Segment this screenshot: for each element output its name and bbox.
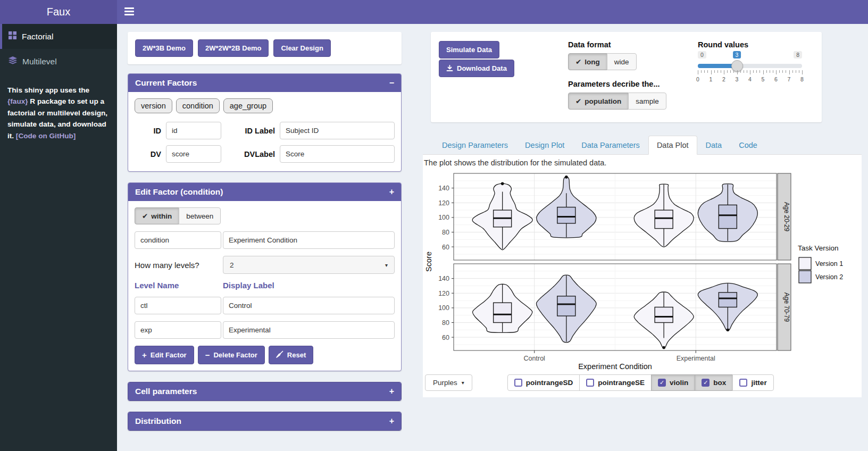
sidebar-item-multilevel[interactable]: Multilevel [0, 49, 117, 74]
data-plot-tab-content: The plot shows the distribution for the … [423, 155, 862, 397]
github-link[interactable]: [Code on GitHub] [16, 132, 76, 140]
svg-text:Experiment Condition: Experiment Condition [578, 362, 652, 371]
download-data-button[interactable]: Download Data [439, 60, 514, 77]
format-wide[interactable]: wide [607, 53, 637, 70]
main-content: 2W*3B Demo2W*2W*2B DemoClear Design Curr… [117, 24, 868, 451]
level-name-header: Level Name [135, 281, 221, 290]
id-label-input[interactable] [280, 122, 395, 139]
dv-label: DV [135, 150, 161, 158]
app-title: Faux [47, 6, 70, 18]
palette-dropdown[interactable]: Purples ▾ [425, 374, 472, 391]
delete-factor-button[interactable]: −Delete Factor [198, 346, 265, 364]
plus-icon: + [142, 350, 147, 360]
collapse-plus-icon[interactable]: + [389, 417, 394, 425]
slider-tick-label: 8 [800, 76, 804, 82]
dv-label-input[interactable] [280, 145, 395, 163]
params-sample[interactable]: sample [628, 93, 666, 110]
checkbox-unchecked-icon [739, 379, 747, 387]
collapse-minus-icon[interactable]: − [389, 79, 394, 87]
svg-text:Age 70-79: Age 70-79 [783, 293, 790, 322]
slider-tick [766, 70, 767, 73]
svg-text:60: 60 [442, 334, 449, 341]
level-name-input-0[interactable] [135, 297, 221, 314]
button-label: Reset [287, 351, 306, 359]
edit-factor-actions: +Edit Factor−Delete FactorReset [135, 346, 395, 364]
palette-label: Purples [433, 379, 457, 387]
edit-factor-header[interactable]: Edit Factor (condition) + [128, 183, 401, 201]
factor-chip-condition[interactable]: condition [176, 98, 220, 113]
id-label: ID [135, 127, 161, 135]
box-title: Cell parameters [135, 387, 197, 396]
slider-tick [789, 70, 790, 74]
svg-text:140: 140 [438, 185, 449, 192]
broom-icon [276, 350, 283, 360]
current-factors-header[interactable]: Current Factors − [128, 74, 401, 92]
data-format-label: Data format [568, 40, 611, 49]
slider-tick [730, 70, 731, 73]
level-name-input-1[interactable] [135, 321, 221, 339]
download-icon [446, 65, 453, 72]
toggle-label: within [151, 212, 172, 220]
demo-button-2[interactable]: 2W*2W*2B Demo [198, 39, 269, 57]
round-values-slider: 083012345678 [698, 51, 802, 86]
distribution-header[interactable]: Distribution + [128, 412, 401, 430]
toggle-within[interactable]: ✔within [135, 207, 179, 224]
tab-data-plot[interactable]: Data Plot [648, 136, 697, 155]
sidebar-item-factorial[interactable]: Factorial [0, 24, 117, 49]
tab-code[interactable]: Code [730, 136, 766, 155]
levels-count-select[interactable]: 2 ▾ [223, 256, 395, 274]
svg-text:Age 20-29: Age 20-29 [783, 202, 790, 232]
hamburger-menu-icon[interactable] [124, 7, 135, 16]
id-input[interactable] [166, 122, 221, 139]
slider-tick [760, 70, 760, 73]
demo-button-3[interactable]: Clear Design [273, 39, 330, 57]
level-label-input-0[interactable] [223, 297, 395, 314]
svg-text:Experimental: Experimental [677, 355, 715, 362]
demo-button-1[interactable]: 2W*3B Demo [135, 39, 193, 57]
slider-tick [786, 70, 786, 73]
slider-tick [763, 70, 764, 74]
reset-button[interactable]: Reset [269, 346, 313, 364]
collapse-plus-icon[interactable]: + [389, 387, 394, 396]
violin-plot: 6080100120140Age 20-296080100120140Age 7… [424, 170, 860, 371]
svg-text:Task Version: Task Version [798, 244, 839, 252]
edit-factor-button[interactable]: +Edit Factor [135, 346, 194, 364]
dv-input[interactable] [166, 145, 221, 163]
cell-parameters-header[interactable]: Cell parameters + [128, 382, 401, 400]
cell-parameters-box: Cell parameters + [128, 382, 402, 401]
toggle-between[interactable]: between [179, 207, 221, 224]
toggle-label: population [585, 97, 621, 105]
svg-text:120: 120 [438, 199, 449, 207]
tab-design-parameters[interactable]: Design Parameters [433, 136, 516, 155]
simulate-data-button[interactable]: Simulate Data [439, 41, 499, 59]
level-label-input-1[interactable] [223, 321, 395, 339]
collapse-plus-icon[interactable]: + [389, 188, 394, 196]
slider-tick [770, 70, 770, 73]
factor-name-input[interactable] [135, 231, 221, 249]
format-long[interactable]: ✔long [568, 53, 607, 70]
option-box[interactable]: ✓box [695, 374, 733, 391]
tab-data-parameters[interactable]: Data Parameters [573, 136, 648, 155]
slider-tick-label: 0 [696, 76, 699, 82]
factor-label-input[interactable] [223, 231, 395, 249]
params-describe-toggle: ✔populationsample [568, 93, 666, 110]
factor-chip-age_group[interactable]: age_group [223, 98, 273, 113]
option-violin[interactable]: ✓violin [651, 374, 695, 391]
params-describe-label: Parameters decribe the... [568, 80, 660, 88]
tab-data[interactable]: Data [697, 136, 731, 155]
th-large-icon [9, 31, 16, 41]
option-pointrangeSD[interactable]: pointrangeSD [507, 374, 580, 391]
svg-text:140: 140 [438, 275, 449, 282]
box-title: Distribution [135, 416, 181, 426]
svg-text:Score: Score [424, 252, 433, 272]
faux-package-link[interactable]: {faux} [7, 97, 28, 105]
slider-tick-label: 3 [736, 76, 739, 82]
tab-design-plot[interactable]: Design Plot [516, 136, 573, 155]
factor-chip-version[interactable]: version [135, 98, 172, 113]
params-population[interactable]: ✔population [568, 93, 629, 110]
slider-tick-label: 4 [748, 76, 752, 82]
chevron-down-icon: ▾ [462, 380, 464, 386]
id-label-label: ID Label [226, 127, 275, 135]
option-pointrangeSE[interactable]: pointrangeSE [579, 374, 652, 391]
option-jitter[interactable]: jitter [732, 374, 773, 391]
